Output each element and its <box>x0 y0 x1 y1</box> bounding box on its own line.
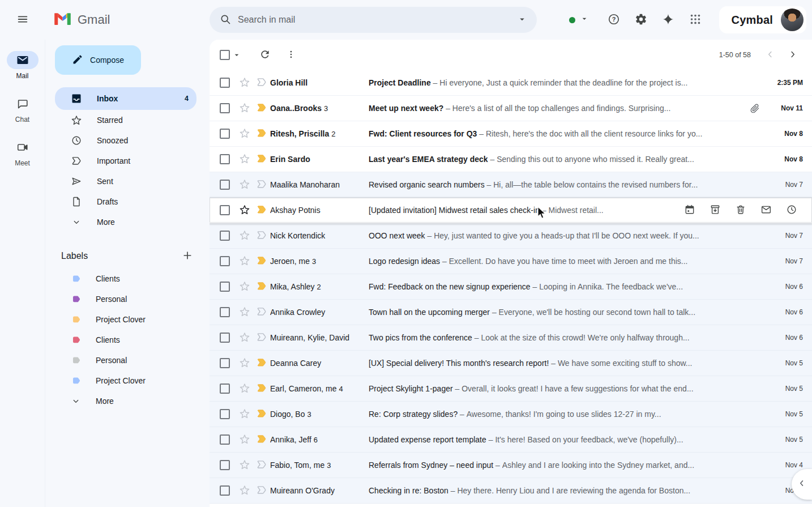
select-all-checkbox[interactable] <box>220 50 230 60</box>
row-checkbox[interactable] <box>220 358 230 368</box>
email-row[interactable]: Mika, Ashley 2Fwd: Feedback on the new s… <box>210 274 812 300</box>
sidebar-label-item[interactable]: Personal <box>55 289 196 309</box>
row-checkbox[interactable] <box>220 384 230 394</box>
email-row[interactable]: Earl, Cameron, me 4Project Skylight 1-pa… <box>210 376 812 402</box>
sidebar-labels-more[interactable]: More <box>55 391 196 411</box>
sidebar-label-item[interactable]: Project Clover <box>55 370 196 391</box>
importance-marker[interactable] <box>253 380 270 397</box>
rail-item-meet[interactable]: Meet <box>7 138 39 167</box>
sidebar-label-item[interactable]: Clients <box>55 269 196 289</box>
sidebar-item-starred[interactable]: Starred <box>55 110 196 130</box>
mark-as-read-button[interactable] <box>755 199 777 221</box>
star-button[interactable] <box>236 380 253 397</box>
select-options-caret[interactable] <box>232 50 241 59</box>
importance-marker[interactable] <box>253 227 270 244</box>
star-button[interactable] <box>236 151 253 168</box>
star-button[interactable] <box>236 406 253 423</box>
email-row[interactable]: Ritesh, Priscilla 2Fwd: Client resources… <box>210 121 812 147</box>
newer-page-button[interactable] <box>759 44 781 66</box>
main-menu-button[interactable] <box>11 8 34 31</box>
star-button[interactable] <box>236 329 253 346</box>
account-pill[interactable]: Cymbal <box>719 6 806 33</box>
importance-marker[interactable] <box>253 151 270 168</box>
star-button[interactable] <box>236 100 253 117</box>
compose-button[interactable]: Compose <box>55 45 141 75</box>
older-page-button[interactable] <box>781 44 804 66</box>
sidebar-item-important[interactable]: Important <box>55 151 196 171</box>
importance-marker[interactable] <box>253 100 270 117</box>
importance-marker[interactable] <box>253 125 270 142</box>
rail-item-chat[interactable]: Chat <box>7 95 39 123</box>
settings-button[interactable] <box>630 8 652 31</box>
email-row[interactable]: Deanna Carey[UX] Special delivery! This … <box>210 351 812 376</box>
email-row[interactable]: Erin SardoLast year's EMEA strategy deck… <box>210 147 812 172</box>
help-button[interactable]: ? <box>602 8 625 31</box>
email-row[interactable]: Akshay Potnis[Updated invitation] Midwes… <box>210 198 812 223</box>
delete-button[interactable] <box>729 199 752 221</box>
email-row[interactable]: Fabio, Tom, me 3Referrals from Sydney – … <box>210 453 812 478</box>
archive-button[interactable] <box>704 199 726 221</box>
star-button[interactable] <box>236 227 253 244</box>
star-button[interactable] <box>236 355 253 372</box>
email-row[interactable]: Muireann O'GradyChecking in re: Boston –… <box>210 478 812 504</box>
importance-marker[interactable] <box>253 355 270 372</box>
snooze-button[interactable] <box>780 199 803 221</box>
star-button[interactable] <box>236 457 253 474</box>
email-row[interactable]: Jeroen, me 3Logo redesign ideas – Excell… <box>210 249 812 274</box>
create-label-button[interactable] <box>178 247 196 265</box>
gemini-button[interactable] <box>657 8 679 31</box>
star-button[interactable] <box>236 125 253 142</box>
row-checkbox[interactable] <box>220 129 230 139</box>
email-row[interactable]: Maalika ManoharanRevised organic search … <box>210 172 812 198</box>
importance-marker[interactable] <box>253 482 270 499</box>
importance-marker[interactable] <box>253 202 270 219</box>
row-checkbox[interactable] <box>220 409 230 419</box>
search-bar[interactable] <box>210 7 537 33</box>
refresh-button[interactable] <box>254 44 276 66</box>
importance-marker[interactable] <box>253 457 270 474</box>
rail-item-mail[interactable]: Mail <box>7 51 39 80</box>
sidebar-label-item[interactable]: Project Clover <box>55 309 196 330</box>
presence-status[interactable] <box>569 14 589 25</box>
email-row[interactable]: Annika CrowleyTown hall on the upcoming … <box>210 300 812 325</box>
row-checkbox[interactable] <box>220 460 230 470</box>
star-button[interactable] <box>236 431 253 448</box>
more-options-button[interactable] <box>280 44 302 66</box>
row-checkbox[interactable] <box>220 154 230 164</box>
row-checkbox[interactable] <box>220 103 230 113</box>
gmail-brand[interactable]: Gmail <box>53 12 110 28</box>
calendar-event-button[interactable] <box>678 199 701 221</box>
importance-marker[interactable] <box>253 176 270 193</box>
user-avatar[interactable] <box>781 8 804 31</box>
row-checkbox[interactable] <box>220 78 230 88</box>
sidebar-label-item[interactable]: Clients <box>55 330 196 350</box>
importance-marker[interactable] <box>253 74 270 91</box>
email-row[interactable]: Annika, Jeff 6Updated expense report tem… <box>210 427 812 453</box>
sidebar-label-item[interactable]: Personal <box>55 350 196 370</box>
importance-marker[interactable] <box>253 329 270 346</box>
email-row[interactable]: Gloria HillProject Deadline – Hi everyon… <box>210 70 812 96</box>
row-checkbox[interactable] <box>220 231 230 241</box>
importance-marker[interactable] <box>253 253 270 270</box>
row-checkbox[interactable] <box>220 256 230 266</box>
sidebar-item-more[interactable]: More <box>55 212 196 232</box>
email-row[interactable]: Diogo, Bo 3Re: Corp strategy slides? – A… <box>210 402 812 427</box>
sidebar-item-sent[interactable]: Sent <box>55 171 196 191</box>
search-button[interactable] <box>214 8 237 31</box>
row-checkbox[interactable] <box>220 205 230 215</box>
row-checkbox[interactable] <box>220 282 230 292</box>
star-button[interactable] <box>236 304 253 321</box>
search-options-button[interactable] <box>511 8 533 31</box>
row-checkbox[interactable] <box>220 180 230 190</box>
apps-grid-button[interactable] <box>684 8 707 31</box>
importance-marker[interactable] <box>253 304 270 321</box>
sidebar-item-drafts[interactable]: Drafts <box>55 191 196 212</box>
row-checkbox[interactable] <box>220 333 230 343</box>
importance-marker[interactable] <box>253 406 270 423</box>
sidebar-item-inbox[interactable]: Inbox4 <box>55 87 196 110</box>
star-button[interactable] <box>236 482 253 499</box>
email-row[interactable]: Muireann, Kylie, DavidTwo pics from the … <box>210 325 812 351</box>
star-button[interactable] <box>236 253 253 270</box>
email-row[interactable]: Nick KortendickOOO next week – Hey, just… <box>210 223 812 249</box>
row-checkbox[interactable] <box>220 485 230 496</box>
